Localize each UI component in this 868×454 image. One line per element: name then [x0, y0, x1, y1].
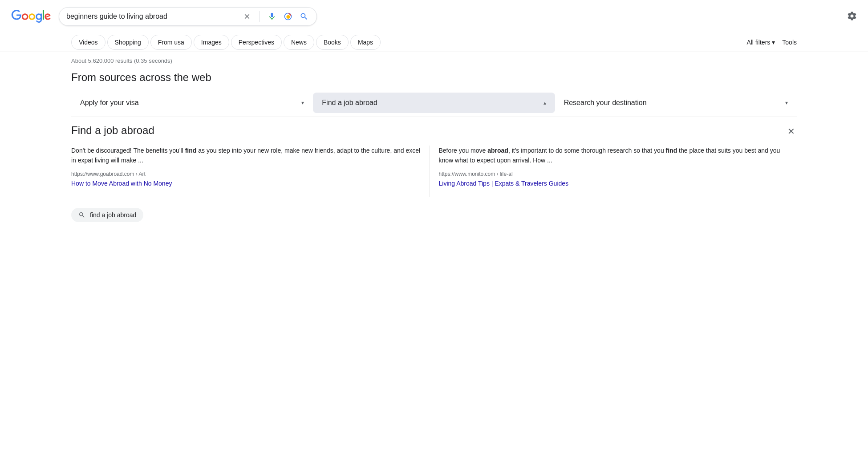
chevron-down-icon: ▾ [772, 39, 775, 46]
tab-shopping[interactable]: Shopping [107, 35, 149, 50]
clear-button[interactable] [242, 12, 252, 21]
nav-right-controls: All filters ▾ Tools [746, 39, 797, 46]
settings-button[interactable] [847, 11, 857, 23]
card-1-text: Don't be discouraged! The benefits you'l… [71, 146, 421, 166]
section-title: Find a job abroad [71, 124, 154, 137]
results-area: About 5,620,000 results (0.35 seconds) F… [0, 52, 868, 222]
lens-button[interactable]: ⬤ [283, 11, 293, 22]
tab-news[interactable]: News [284, 35, 314, 50]
card-1-url: https://www.goabroad.com › Art [71, 171, 421, 177]
category-pills: Apply for your visa ▾ Find a job abroad … [71, 93, 797, 113]
chevron-down-icon: ▾ [301, 100, 304, 106]
category-pill-visa-label: Apply for your visa [80, 99, 298, 107]
tab-books[interactable]: Books [316, 35, 349, 50]
tools-button[interactable]: Tools [782, 39, 797, 46]
cards-row: Don't be discouraged! The benefits you'l… [71, 146, 797, 197]
featured-section-title: From sources across the web [71, 71, 797, 84]
results-count: About 5,620,000 results (0.35 seconds) [71, 57, 797, 64]
card-2-url: https://www.monito.com › life-al [439, 171, 788, 177]
category-pill-visa[interactable]: Apply for your visa ▾ [71, 93, 313, 113]
category-pill-research-label: Research your destination [564, 99, 782, 107]
close-section-button[interactable]: ✕ [786, 124, 797, 138]
tab-perspectives[interactable]: Perspectives [231, 35, 282, 50]
section-divider [71, 117, 797, 117]
search-suggestion[interactable]: find a job abroad [71, 208, 143, 222]
category-pill-research[interactable]: Research your destination ▾ [555, 93, 797, 113]
search-input[interactable] [66, 12, 239, 20]
search-submit-button[interactable] [299, 11, 309, 22]
result-card-1: Don't be discouraged! The benefits you'l… [71, 146, 430, 197]
search-suggestion-text: find a job abroad [90, 211, 136, 219]
tab-videos[interactable]: Videos [71, 35, 105, 50]
search-icon-group: ⬤ [242, 11, 309, 22]
job-section: Find a job abroad ✕ Don't be discouraged… [71, 124, 797, 222]
all-filters-button[interactable]: All filters ▾ [746, 39, 775, 46]
chevron-down-icon: ▾ [785, 100, 788, 106]
tab-images[interactable]: Images [194, 35, 229, 50]
category-pill-job[interactable]: Find a job abroad ▴ [313, 93, 555, 113]
card-1-link[interactable]: How to Move Abroad with No Money [71, 180, 172, 187]
card-2-link[interactable]: Living Abroad Tips | Expats & Travelers … [439, 180, 569, 187]
category-pill-job-label: Find a job abroad [322, 99, 539, 107]
search-icon [78, 211, 85, 219]
microphone-button[interactable] [267, 11, 277, 22]
search-bar[interactable]: ⬤ [59, 7, 317, 26]
section-header: Find a job abroad ✕ [71, 124, 797, 138]
google-logo[interactable] [11, 10, 52, 23]
card-2-text: Before you move abroad, it's important t… [439, 146, 788, 166]
header: ⬤ [0, 0, 868, 33]
svg-text:⬤: ⬤ [286, 14, 290, 19]
divider-line [259, 11, 260, 22]
tab-maps[interactable]: Maps [350, 35, 381, 50]
tab-from-usa[interactable]: From usa [150, 35, 192, 50]
nav-tabs: Videos Shopping From usa Images Perspect… [0, 33, 868, 52]
result-card-2: Before you move abroad, it's important t… [430, 146, 797, 197]
chevron-up-icon: ▴ [544, 100, 546, 106]
